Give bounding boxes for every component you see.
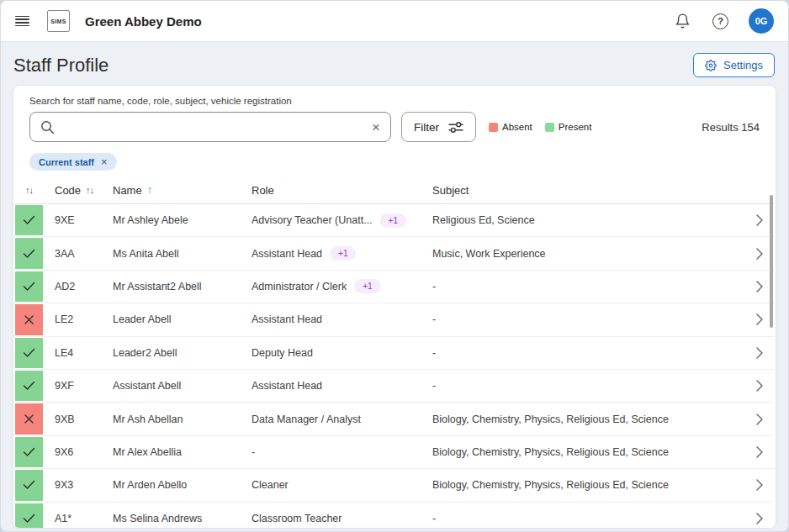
table-row[interactable]: 3AA Ms Anita Abell Assistant Head +1 Mus… xyxy=(15,237,774,270)
page-title: Staff Profile xyxy=(13,55,109,76)
staff-role: Classroom Teacher xyxy=(252,513,342,524)
table-row[interactable]: 9XF Assistant Abell Assistant Head - xyxy=(15,370,774,403)
filter-chip-current-staff[interactable]: Current staff × xyxy=(29,153,117,171)
sort-icon: ↑↓ xyxy=(25,185,33,195)
search-box[interactable]: × xyxy=(29,112,391,142)
staff-name: Leader Abell xyxy=(101,313,240,325)
staff-role: Assistant Head xyxy=(252,248,322,260)
column-header-name[interactable]: Name ↑ xyxy=(101,184,240,197)
table-row[interactable]: 9X3 Mr Arden Abello Cleaner Biology, Che… xyxy=(15,469,774,502)
table-row[interactable]: A1* Ms Selina Andrews Classroom Teacher … xyxy=(15,503,774,529)
row-open-button[interactable] xyxy=(745,413,774,425)
search-label: Search for staff name, code, role, subje… xyxy=(29,96,760,106)
chevron-right-icon xyxy=(756,313,763,325)
staff-subject: - xyxy=(421,347,745,359)
table-scrollbar[interactable] xyxy=(770,195,773,328)
staff-table: ↑↓ Code ↑↓ Name ↑ Role Subject xyxy=(13,176,776,529)
settings-button[interactable]: Settings xyxy=(693,53,775,77)
app-title: Green Abbey Demo xyxy=(85,14,202,29)
app-window: SIMS Green Abbey Demo ? 0G Staff Profile… xyxy=(0,0,789,532)
column-header-status[interactable]: ↑↓ xyxy=(15,185,43,195)
present-check-icon xyxy=(23,282,35,292)
search-clear-button[interactable]: × xyxy=(372,120,380,134)
help-button[interactable]: ? xyxy=(712,13,728,29)
chevron-right-icon xyxy=(756,479,763,491)
legend-present: Present xyxy=(545,122,592,132)
row-open-button[interactable] xyxy=(745,446,774,458)
staff-name: Assistant Abell xyxy=(101,380,240,392)
attendance-status-badge xyxy=(15,338,43,368)
absent-cross-icon xyxy=(24,414,34,424)
status-cell xyxy=(15,503,43,529)
staff-subject: - xyxy=(421,380,745,392)
staff-code: 9XF xyxy=(43,380,101,392)
sims-logo: SIMS xyxy=(47,10,70,32)
staff-name: Ms Selina Andrews xyxy=(101,513,240,524)
staff-subject: Biology, Chemistry, Physics, Religious E… xyxy=(421,446,745,458)
attendance-legend: Absent Present xyxy=(489,122,591,132)
table-row[interactable]: 9XB Mr Ash Abellan Data Manager / Analys… xyxy=(15,403,774,435)
staff-subject: - xyxy=(421,313,745,325)
table-row[interactable]: AD2 Mr Assistant2 Abell Administrator / … xyxy=(15,271,774,303)
staff-role: Administrator / Clerk xyxy=(252,281,347,292)
status-cell xyxy=(15,271,43,303)
page-header: Staff Profile Settings xyxy=(1,42,788,87)
staff-role-cell: Assistant Head xyxy=(240,380,421,392)
row-open-button[interactable] xyxy=(745,513,774,524)
staff-subject: - xyxy=(421,513,745,524)
staff-code: AD2 xyxy=(43,281,101,292)
staff-role-cell: Administrator / Clerk +1 xyxy=(240,279,421,293)
notifications-button[interactable] xyxy=(675,13,691,29)
chevron-right-icon xyxy=(756,413,763,425)
staff-code: LE4 xyxy=(43,347,101,359)
user-avatar[interactable]: 0G xyxy=(749,8,774,34)
table-row[interactable]: LE4 Leader2 Abell Deputy Head - xyxy=(15,337,774,370)
status-cell xyxy=(15,337,43,369)
filter-button[interactable]: Filter xyxy=(401,112,476,142)
absent-cross-icon xyxy=(24,315,34,324)
staff-code: 9XE xyxy=(43,214,101,226)
sliders-icon xyxy=(448,121,463,134)
code-header-label: Code xyxy=(55,184,81,197)
chip-remove-icon[interactable]: × xyxy=(101,156,108,167)
settings-label: Settings xyxy=(723,59,763,71)
staff-role-cell: Deputy Head xyxy=(240,347,421,359)
staff-role-cell: Advisory Teacher (Unatt... +1 xyxy=(240,213,421,228)
table-row[interactable]: LE2 Leader Abell Assistant Head - xyxy=(15,303,774,336)
row-open-button[interactable] xyxy=(745,479,774,491)
legend-absent-label: Absent xyxy=(502,122,532,132)
staff-name: Mr Alex Abellia xyxy=(101,446,240,458)
staff-code: 9XB xyxy=(43,413,101,425)
staff-role-cell: - xyxy=(240,446,421,458)
staff-role: Advisory Teacher (Unatt... xyxy=(252,214,373,226)
status-cell xyxy=(15,204,43,236)
column-header-role[interactable]: Role xyxy=(240,184,421,197)
column-header-subject[interactable]: Subject xyxy=(421,184,745,197)
staff-name: Mr Assistant2 Abell xyxy=(101,281,240,292)
staff-code: 9X6 xyxy=(43,446,101,458)
column-header-code[interactable]: Code ↑↓ xyxy=(43,184,101,197)
attendance-status-badge xyxy=(15,304,43,334)
staff-role: Assistant Head xyxy=(252,380,322,392)
present-check-icon xyxy=(23,215,35,225)
role-extra-badge: +1 xyxy=(380,213,406,228)
staff-name: Mr Ashley Abele xyxy=(101,214,240,226)
table-row[interactable]: 9XE Mr Ashley Abele Advisory Teacher (Un… xyxy=(15,204,774,237)
row-open-button[interactable] xyxy=(745,347,774,359)
row-open-button[interactable] xyxy=(745,380,774,392)
sort-ascending-icon: ↑ xyxy=(147,184,152,196)
chevron-right-icon xyxy=(756,446,763,458)
search-input[interactable] xyxy=(63,121,372,134)
table-row[interactable]: 9X6 Mr Alex Abellia - Biology, Chemistry… xyxy=(15,436,774,469)
staff-subject: Religious Ed, Science xyxy=(421,214,745,226)
staff-code: 3AA xyxy=(43,248,101,260)
chip-label: Current staff xyxy=(39,157,94,167)
staff-role-cell: Cleaner xyxy=(240,479,421,491)
staff-subject: Music, Work Experience xyxy=(421,248,745,260)
staff-code: 9X3 xyxy=(43,479,101,491)
staff-role: Data Manager / Analyst xyxy=(252,413,361,425)
sort-icon: ↑↓ xyxy=(86,185,93,195)
menu-icon[interactable] xyxy=(15,16,29,27)
filter-label: Filter xyxy=(414,121,439,134)
status-cell xyxy=(15,303,43,335)
